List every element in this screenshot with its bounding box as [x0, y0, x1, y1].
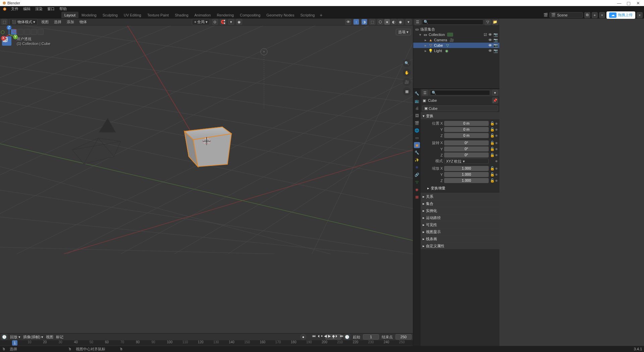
props-opts-icon[interactable]: ▾: [492, 90, 498, 96]
editor-type-icon[interactable]: ⬚: [1, 19, 7, 25]
tree-cube[interactable]: ▸▽Cube ▽ 👁📷: [413, 43, 499, 48]
close-button[interactable]: ✕: [633, 1, 643, 6]
tab-shading[interactable]: Shading: [172, 12, 191, 18]
loc-z[interactable]: 0 m: [444, 133, 489, 138]
lock-icon[interactable]: 🔓: [490, 121, 494, 126]
view3d-menu-select[interactable]: 选择: [52, 19, 63, 25]
jump-end-icon[interactable]: ⏭: [339, 334, 344, 340]
tool-scale[interactable]: [2, 82, 11, 91]
pivot-icon[interactable]: ⊙: [212, 19, 218, 25]
camera-view-icon[interactable]: 🎥: [403, 78, 411, 86]
render-icon[interactable]: 📷: [493, 49, 498, 53]
outliner-search[interactable]: 🔍: [422, 19, 483, 25]
panel-transform[interactable]: ▾变换: [421, 113, 499, 119]
render-icon[interactable]: 📷: [493, 43, 498, 48]
ptab-output[interactable]: 🖨: [414, 105, 420, 111]
tl-keying[interactable]: 插像(插帧) ▾: [23, 335, 43, 340]
start-frame-field[interactable]: [363, 334, 379, 340]
tree-light[interactable]: ▸💡Light ◉ 👁📷: [413, 48, 499, 53]
next-key-icon[interactable]: ◆⏵: [332, 334, 339, 340]
panel-lineart[interactable]: ▸线条画: [421, 235, 499, 242]
upload-button[interactable]: ☁拖拽上传: [606, 11, 635, 19]
pin-icon[interactable]: 📌: [492, 97, 498, 103]
nav-gizmo[interactable]: X Y Z: [0, 26, 18, 44]
ptab-particles[interactable]: ✨: [414, 157, 420, 163]
eye-icon[interactable]: 👁: [488, 49, 492, 53]
ptab-modifiers[interactable]: 🔧: [414, 149, 420, 156]
tl-playback[interactable]: 回放 ▾: [10, 335, 20, 340]
tab-add[interactable]: +: [318, 12, 324, 18]
sel-sub-icon[interactable]: [24, 29, 30, 35]
ptab-material[interactable]: ◉: [414, 186, 420, 192]
lock-icon[interactable]: 🔓: [490, 133, 494, 138]
play-rev-icon[interactable]: ◀: [324, 334, 327, 340]
props-editor-icon[interactable]: ☰: [422, 90, 428, 96]
visibility-icon[interactable]: 👁: [345, 19, 351, 25]
ptab-data[interactable]: ▽: [414, 179, 420, 185]
prop-edit-icon[interactable]: ◉: [236, 19, 242, 25]
tab-uv[interactable]: UV Editing: [121, 12, 144, 18]
lock-icon[interactable]: 🔓: [490, 178, 494, 183]
shading-render-icon[interactable]: ◉: [397, 19, 404, 25]
lock-icon[interactable]: 🔓: [490, 153, 494, 157]
viewlayer-del-icon[interactable]: ×: [637, 12, 643, 18]
shading-solid-icon[interactable]: ●: [384, 19, 390, 25]
persp-ortho-icon[interactable]: ▦: [403, 87, 411, 95]
rot-z[interactable]: 0°: [444, 152, 489, 158]
mode-dropdown[interactable]: ⬛物体模式▾: [9, 19, 38, 25]
tab-modeling[interactable]: Modeling: [78, 12, 100, 18]
scale-x[interactable]: 1.000: [444, 166, 489, 171]
tab-sculpting[interactable]: Sculpting: [100, 12, 121, 18]
ptab-tool[interactable]: 🔧: [414, 90, 420, 96]
shading-matpr-icon[interactable]: ◐: [391, 19, 397, 25]
xray-icon[interactable]: ⬚: [369, 19, 375, 25]
tool-cursor[interactable]: [2, 48, 11, 57]
sel-int-icon[interactable]: [31, 29, 37, 35]
pan-icon[interactable]: ✋: [403, 69, 411, 77]
tool-rotate[interactable]: [2, 71, 11, 80]
prev-key-icon[interactable]: ⏴◆: [317, 334, 323, 340]
shading-wire-icon[interactable]: ⬡: [377, 19, 383, 25]
ptab-texture[interactable]: ▦: [414, 194, 420, 200]
menu-help[interactable]: 帮助: [57, 6, 69, 11]
timeline-editor-icon[interactable]: 🕓: [1, 334, 7, 340]
rot-x[interactable]: 0°: [444, 140, 489, 145]
panel-instancing[interactable]: ▸实例化: [421, 207, 499, 214]
ptab-collection[interactable]: ▭: [414, 135, 420, 141]
tab-scripting[interactable]: Scripting: [297, 12, 318, 18]
outliner-editor-icon[interactable]: ☰: [415, 19, 421, 25]
render-icon[interactable]: 📷: [493, 38, 498, 42]
view3d-menu-add[interactable]: 添加: [65, 19, 76, 25]
new-collection-icon[interactable]: 📁: [492, 19, 498, 25]
preview-range-icon[interactable]: 🕓: [344, 334, 350, 340]
overlay-icon[interactable]: ◑: [361, 19, 367, 25]
end-frame-field[interactable]: [395, 334, 412, 340]
tab-rendering[interactable]: Rendering: [214, 12, 237, 18]
menu-file[interactable]: 文件: [9, 6, 21, 11]
scene-browse-icon[interactable]: ⧉: [584, 12, 590, 18]
shading-dd-icon[interactable]: ▾: [406, 19, 412, 25]
ptab-render[interactable]: 📺: [414, 98, 420, 104]
tool-addcube[interactable]: [2, 128, 11, 137]
scene-del-icon[interactable]: ×: [599, 12, 605, 18]
lock-icon[interactable]: 🔓: [490, 166, 494, 171]
menu-window[interactable]: 窗口: [45, 6, 57, 11]
maximize-button[interactable]: ▢: [624, 1, 633, 6]
tab-texture[interactable]: Texture Paint: [144, 12, 172, 18]
ptab-world[interactable]: 🌐: [414, 127, 420, 133]
tab-geonodes[interactable]: Geometry Nodes: [263, 12, 297, 18]
view3d-menu-view[interactable]: 视图: [40, 19, 50, 25]
timeline-ruler[interactable]: 1 12040608010012014016018020022024010305…: [0, 340, 413, 346]
panel-visibility[interactable]: ▸可见性: [421, 221, 499, 228]
ptab-scene[interactable]: 🎬: [414, 120, 420, 126]
tab-compositing[interactable]: Compositing: [237, 12, 263, 18]
ptab-constraints[interactable]: 🔗: [414, 172, 420, 178]
tool-transform[interactable]: [2, 93, 11, 103]
panel-relations[interactable]: ▸关系: [421, 193, 499, 200]
viewport-3d[interactable]: 用户透视 (1) Collection | Cube 选项 ▾ X: [0, 26, 413, 333]
menu-edit[interactable]: 编辑: [21, 6, 33, 11]
jump-start-icon[interactable]: ⏮: [312, 334, 316, 340]
checkbox-icon[interactable]: ☑: [484, 33, 487, 37]
menu-render[interactable]: 渲染: [33, 6, 45, 11]
ptab-object[interactable]: ▣: [414, 142, 420, 148]
